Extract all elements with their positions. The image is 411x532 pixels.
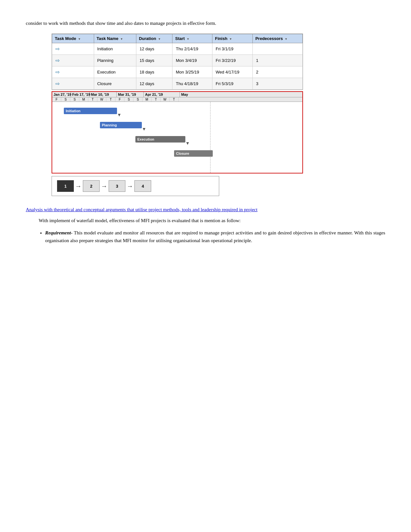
gantt-day-t1: T bbox=[88, 97, 97, 102]
cell-start: Mon 3/4/19 bbox=[172, 55, 212, 66]
gantt-bar-planning-label: Planning bbox=[102, 123, 117, 127]
gantt-day-m2: M bbox=[142, 97, 152, 102]
gantt-bar-closure: Closure bbox=[174, 150, 213, 157]
pred-arrow-2: → bbox=[100, 182, 109, 190]
gantt-day-w1: W bbox=[97, 97, 106, 102]
cell-pred: 1 bbox=[253, 55, 303, 66]
gantt-arrow-1: ▼ bbox=[117, 112, 122, 117]
cell-task-mode: ⇨ bbox=[52, 43, 94, 55]
col-task-name[interactable]: Task Name ▼ bbox=[94, 34, 136, 43]
table-row: ⇨ Initiation 12 days Thu 2/14/19 Fri 3/1… bbox=[52, 43, 303, 55]
cell-start: Thu 4/18/19 bbox=[172, 78, 212, 90]
gantt-day-f1: F bbox=[52, 97, 61, 102]
gantt-bar-execution-label: Execution bbox=[137, 137, 154, 141]
table-row: ⇨ Execution 18 days Mon 3/25/19 Wed 4/17… bbox=[52, 66, 303, 78]
gantt-day-s2: S bbox=[70, 97, 79, 102]
col-finish[interactable]: Finish ▼ bbox=[212, 34, 253, 43]
bullet-list: Requirement- This model evaluate and mon… bbox=[45, 229, 385, 244]
pred-box-4: 4 bbox=[134, 180, 151, 192]
cell-finish: Fri 3/1/19 bbox=[212, 43, 253, 55]
gantt-dashed-line bbox=[210, 102, 210, 173]
table-row: ⇨ Planning 15 days Mon 3/4/19 Fri 3/22/1… bbox=[52, 55, 303, 66]
task-mode-icon: ⇨ bbox=[55, 69, 60, 75]
task-mode-icon: ⇨ bbox=[55, 58, 60, 63]
cell-task-name: Closure bbox=[94, 78, 136, 90]
gantt-bar-planning: Planning bbox=[100, 122, 142, 128]
cell-duration: 12 days bbox=[136, 43, 172, 55]
gantt-day-t3: T bbox=[152, 97, 161, 102]
cell-task-name: Initiation bbox=[94, 43, 136, 55]
bullet-bold-label: Requirement- bbox=[45, 230, 73, 235]
bullet-text: This model evaluate and monitor all reso… bbox=[45, 230, 385, 243]
gantt-period-mar31: Mar 31, '19 bbox=[117, 92, 144, 97]
gantt-day-m1: M bbox=[79, 97, 88, 102]
gantt-day-s4: S bbox=[133, 97, 142, 102]
section-heading: Analysis with theoretical and conceptual… bbox=[26, 206, 385, 213]
project-table: Task Mode ▼ Task Name ▼ Duration ▼ Start… bbox=[52, 34, 303, 90]
cell-pred: 3 bbox=[253, 78, 303, 90]
gantt-bar-closure-label: Closure bbox=[176, 152, 189, 155]
gantt-arrow-3: ▼ bbox=[185, 141, 190, 146]
pred-box-3: 3 bbox=[109, 180, 125, 192]
project-table-wrapper: Task Mode ▼ Task Name ▼ Duration ▼ Start… bbox=[52, 34, 303, 90]
col-duration[interactable]: Duration ▼ bbox=[136, 34, 172, 43]
gantt-day-t2: T bbox=[106, 97, 115, 102]
pred-flow: 1 → 2 → 3 → 4 bbox=[57, 180, 214, 192]
task-mode-icon: ⇨ bbox=[55, 81, 60, 86]
cell-duration: 15 days bbox=[136, 55, 172, 66]
cell-duration: 18 days bbox=[136, 66, 172, 78]
cell-duration: 12 days bbox=[136, 78, 172, 90]
gantt-period-may: May bbox=[180, 92, 193, 97]
gantt-day-t4: T bbox=[170, 97, 179, 102]
gantt-period-feb: Feb 17, '19 bbox=[71, 92, 90, 97]
table-row: ⇨ Closure 12 days Thu 4/18/19 Fri 5/3/19… bbox=[52, 78, 303, 90]
cell-pred: 2 bbox=[253, 66, 303, 78]
cell-finish: Fri 3/22/19 bbox=[212, 55, 253, 66]
pred-box-2: 2 bbox=[83, 180, 100, 192]
bullet-item-requirement: Requirement- This model evaluate and mon… bbox=[45, 229, 385, 244]
gantt-day-s1: S bbox=[61, 97, 70, 102]
gantt-day-f2: F bbox=[115, 97, 124, 102]
cell-task-mode: ⇨ bbox=[52, 78, 94, 90]
gantt-day-w2: W bbox=[161, 97, 170, 102]
pred-arrow-1: → bbox=[74, 182, 83, 190]
cell-task-mode: ⇨ bbox=[52, 55, 94, 66]
gantt-bar-execution: Execution bbox=[135, 136, 185, 143]
gantt-arrow-2: ▼ bbox=[142, 126, 146, 132]
body-paragraph: With implement of waterfall model, effec… bbox=[26, 217, 385, 224]
gantt-header-periods: Jan 27, '19 Feb 17, '19 Mar 10, '19 Mar … bbox=[52, 92, 302, 97]
gantt-body: Initiation ▼ Planning ▼ Execution ▼ Clos… bbox=[52, 102, 302, 173]
gantt-header-days: F S S M T W T F S S M T W T bbox=[52, 97, 302, 102]
col-start[interactable]: Start ▼ bbox=[172, 34, 212, 43]
cell-pred bbox=[253, 43, 303, 55]
intro-paragraph: consider to work with methods that show … bbox=[26, 19, 385, 27]
gantt-period-apr: Apr 21, '19 bbox=[144, 92, 180, 97]
gantt-bar-initiation-label: Initiation bbox=[66, 109, 81, 113]
cell-finish: Wed 4/17/19 bbox=[212, 66, 253, 78]
gantt-bar-initiation: Initiation bbox=[64, 108, 117, 114]
cell-start: Thu 2/14/19 bbox=[172, 43, 212, 55]
cell-task-name: Planning bbox=[94, 55, 136, 66]
cell-task-name: Execution bbox=[94, 66, 136, 78]
col-predecessors[interactable]: Predecessors ▼ bbox=[253, 34, 303, 43]
gantt-period-mar10: Mar 10, '19 bbox=[90, 92, 117, 97]
cell-finish: Fri 5/3/19 bbox=[212, 78, 253, 90]
gantt-day-s3: S bbox=[124, 97, 133, 102]
cell-start: Mon 3/25/19 bbox=[172, 66, 212, 78]
gantt-period-jan: Jan 27, '19 bbox=[52, 92, 71, 97]
gantt-day-f3 bbox=[179, 97, 191, 102]
cell-task-mode: ⇨ bbox=[52, 66, 94, 78]
pred-arrow-3: → bbox=[125, 182, 134, 190]
predecessor-diagram: 1 → 2 → 3 → 4 bbox=[52, 176, 219, 196]
task-mode-icon: ⇨ bbox=[55, 46, 60, 52]
gantt-chart: Jan 27, '19 Feb 17, '19 Mar 10, '19 Mar … bbox=[52, 91, 303, 173]
col-task-mode[interactable]: Task Mode ▼ bbox=[52, 34, 94, 43]
pred-box-1: 1 bbox=[57, 180, 74, 192]
